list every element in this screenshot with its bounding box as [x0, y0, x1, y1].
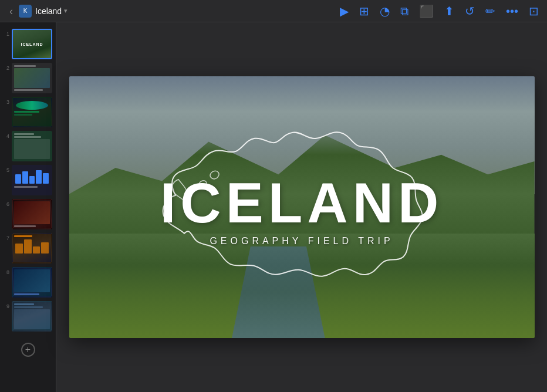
- main-area: 1 ICELAND 2 3: [0, 22, 547, 392]
- nav-controls: ‹ K Iceland ▾: [7, 5, 67, 18]
- slide-num-1: 1: [4, 31, 9, 37]
- slide-subtitle: GEOGRAPHY FIELD TRIP: [160, 236, 444, 246]
- slide-thumbnail-8[interactable]: [12, 267, 52, 298]
- slide-thumbnail-9[interactable]: [12, 301, 52, 332]
- slide-num-8: 8: [4, 269, 9, 275]
- slide-thumbnail-4[interactable]: [12, 131, 52, 161]
- slide-thumb-wrapper-1[interactable]: 1 ICELAND: [0, 27, 56, 61]
- chart-button[interactable]: ◔: [379, 4, 391, 18]
- toolbar-actions: ▶ ⊞ ◔ ⧉ ⬛ ⬆ ↺ ✏ ••• ⊡: [339, 4, 540, 18]
- slide-num-9: 9: [4, 303, 9, 309]
- canvas-area[interactable]: ICELAND GEOGRAPHY FIELD TRIP: [56, 22, 547, 392]
- slide-thumb-wrapper-6[interactable]: 6: [0, 197, 56, 231]
- slide-thumb-wrapper-2[interactable]: 2: [0, 61, 56, 95]
- slide-thumbnail-3[interactable]: [12, 97, 52, 127]
- slide-1-title-text: ICELAND: [21, 42, 43, 46]
- more-button[interactable]: •••: [505, 4, 519, 18]
- main-slide[interactable]: ICELAND GEOGRAPHY FIELD TRIP: [69, 76, 535, 338]
- slide-num-2: 2: [4, 65, 9, 71]
- add-slide-button[interactable]: +: [16, 338, 40, 361]
- undo-button[interactable]: ↺: [464, 4, 476, 18]
- slide-thumb-wrapper-4[interactable]: 4: [0, 129, 56, 163]
- slide-thumb-wrapper-3[interactable]: 3: [0, 95, 56, 129]
- slide-num-5: 5: [4, 167, 9, 173]
- slide-num-6: 6: [4, 201, 9, 207]
- top-bar: ‹ K Iceland ▾ ▶ ⊞ ◔ ⧉ ⬛ ⬆ ↺ ✏ ••• ⊡: [0, 0, 547, 22]
- doc-title: Iceland ▾: [35, 6, 67, 16]
- present-button[interactable]: ⬛: [418, 4, 435, 18]
- slide-thumbnail-6[interactable]: [12, 199, 52, 229]
- slide-title-block: ICELAND GEOGRAPHY FIELD TRIP: [160, 175, 444, 246]
- slide-num-7: 7: [4, 235, 9, 241]
- slide-thumbnail-2[interactable]: [12, 63, 52, 93]
- shapes-button[interactable]: ⧉: [399, 4, 410, 18]
- table-button[interactable]: ⊞: [358, 4, 370, 18]
- back-button[interactable]: ‹: [7, 5, 15, 18]
- aurora-decoration: [16, 101, 48, 110]
- slides-panel: 1 ICELAND 2 3: [0, 22, 56, 392]
- slide-thumb-wrapper-7[interactable]: 7: [0, 231, 56, 265]
- sidebar-toggle-button[interactable]: ⊡: [528, 4, 540, 18]
- slide-thumbnail-1[interactable]: ICELAND: [12, 29, 52, 59]
- play-button[interactable]: ▶: [339, 4, 350, 18]
- add-slide-icon: +: [21, 343, 35, 357]
- slide-main-title: ICELAND: [160, 175, 444, 231]
- doc-title-chevron[interactable]: ▾: [64, 7, 67, 15]
- share-button[interactable]: ⬆: [443, 4, 455, 18]
- slide-thumb-wrapper-5[interactable]: 5: [0, 163, 56, 197]
- slide-num-3: 3: [4, 99, 9, 105]
- doc-icon: K: [19, 5, 32, 18]
- slide-thumbnail-7[interactable]: [12, 233, 52, 263]
- slide-thumb-wrapper-9[interactable]: 9: [0, 299, 56, 333]
- pencil-button[interactable]: ✏: [484, 4, 497, 18]
- slide-thumb-wrapper-8[interactable]: 8: [0, 265, 56, 299]
- slide-thumbnail-5[interactable]: [12, 165, 52, 195]
- slide-num-4: 4: [4, 133, 9, 139]
